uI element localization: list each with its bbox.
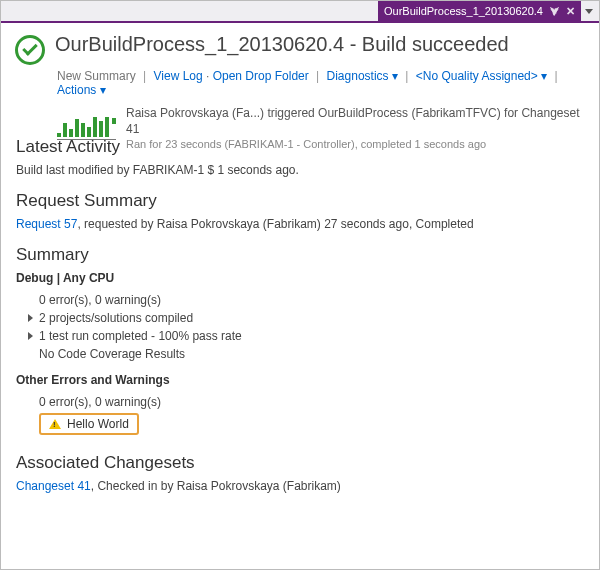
quality-dropdown[interactable]: <No Quality Assigned> ▾ [416, 69, 551, 83]
active-tab[interactable]: OurBuildProcess_1_20130620.4 ⮟ ✕ [378, 1, 581, 21]
page-title: OurBuildProcess_1_20130620.4 - Build suc… [55, 33, 509, 56]
actions-dropdown[interactable]: Actions ▾ [57, 83, 106, 97]
tab-title: OurBuildProcess_1_20130620.4 [384, 5, 543, 17]
expand-icon [28, 332, 33, 340]
other-errors-count: 0 error(s), 0 warning(s) [16, 393, 584, 411]
pin-icon[interactable]: ⮟ [549, 5, 560, 17]
link-bar: New Summary | View Log · Open Drop Folde… [1, 69, 599, 103]
build-header: OurBuildProcess_1_20130620.4 - Build suc… [1, 23, 599, 69]
view-log-link[interactable]: View Log [154, 69, 203, 83]
new-summary-label: New Summary [57, 69, 136, 83]
tests-row[interactable]: 1 test run completed - 100% pass rate [16, 327, 584, 345]
tabstrip-dropdown[interactable] [581, 1, 597, 21]
errors-warnings-row: 0 error(s), 0 warning(s) [16, 291, 584, 309]
close-icon[interactable]: ✕ [566, 5, 575, 18]
open-drop-link[interactable]: Open Drop Folder [213, 69, 309, 83]
content-scroll[interactable]: Latest Activity Build last modified by F… [2, 129, 598, 568]
success-icon [15, 35, 45, 65]
latest-activity-heading: Latest Activity [16, 137, 584, 157]
other-errors-heading: Other Errors and Warnings [16, 373, 584, 387]
tab-bar: OurBuildProcess_1_20130620.4 ⮟ ✕ [1, 1, 599, 23]
request-summary-heading: Request Summary [16, 191, 584, 211]
projects-row[interactable]: 2 projects/solutions compiled [16, 309, 584, 327]
coverage-row: No Code Coverage Results [16, 345, 584, 363]
warning-icon [49, 419, 61, 429]
build-config: Debug | Any CPU [16, 271, 584, 285]
changeset-row: Changeset 41, Checked in by Raisa Pokrov… [16, 479, 584, 493]
request-summary-row: Request 57, requested by Raisa Pokrovska… [16, 217, 584, 231]
chevron-down-icon [585, 9, 593, 14]
check-icon [22, 40, 38, 56]
summary-heading: Summary [16, 245, 584, 265]
expand-icon [28, 314, 33, 322]
latest-activity-text: Build last modified by FABRIKAM-1 $ 1 se… [16, 163, 584, 177]
hello-world-warning[interactable]: Hello World [39, 413, 139, 435]
associated-changesets-heading: Associated Changesets [16, 453, 584, 473]
request-link[interactable]: Request 57 [16, 217, 77, 231]
diagnostics-dropdown[interactable]: Diagnostics ▾ [327, 69, 402, 83]
changeset-link[interactable]: Changeset 41 [16, 479, 91, 493]
